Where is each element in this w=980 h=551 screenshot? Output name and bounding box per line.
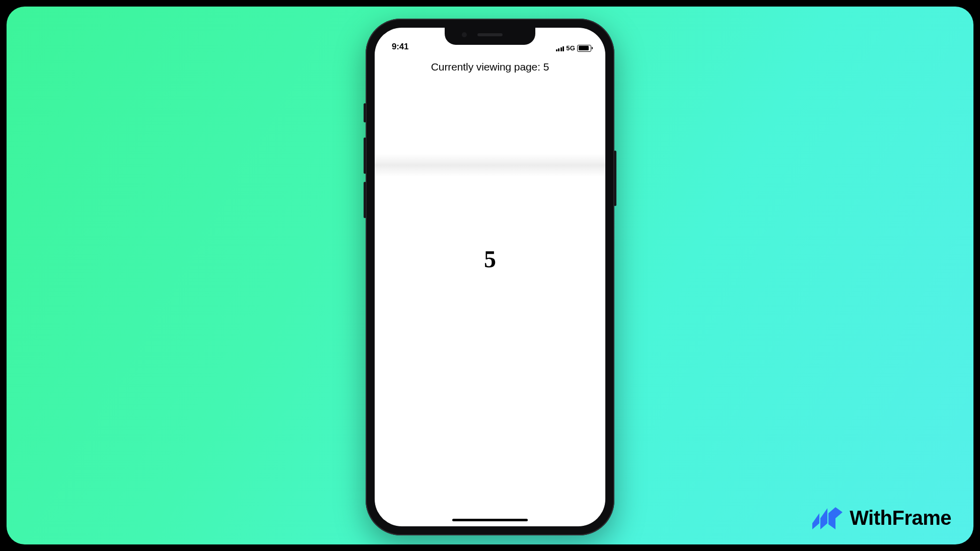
device-notch [445, 28, 535, 45]
status-indicators: 5G [556, 44, 591, 52]
promo-card: 9:41 5G Currently viewing page: 5 5 [7, 7, 973, 544]
device-volume-up-button [364, 137, 366, 174]
svg-marker-1 [820, 508, 827, 529]
iphone-device-frame: 9:41 5G Currently viewing page: 5 5 [366, 19, 614, 535]
device-power-button [614, 151, 616, 206]
cellular-signal-icon [556, 45, 565, 51]
withframe-logo-text: WithFrame [850, 507, 951, 529]
notch-camera [462, 32, 467, 37]
device-screen: 9:41 5G Currently viewing page: 5 5 [375, 28, 605, 526]
device-volume-down-button [364, 182, 366, 218]
withframe-logo-icon [812, 507, 843, 529]
device-side-button [364, 103, 366, 122]
withframe-watermark: WithFrame [812, 507, 951, 529]
status-time: 9:41 [392, 42, 422, 52]
home-indicator[interactable] [452, 519, 528, 521]
page-number[interactable]: 5 [375, 245, 605, 273]
svg-marker-0 [812, 513, 819, 529]
battery-icon [577, 45, 591, 52]
notch-speaker [477, 33, 503, 36]
page-divider-shadow [375, 154, 605, 177]
svg-marker-2 [828, 507, 843, 529]
app-content: Currently viewing page: 5 5 [375, 55, 605, 526]
page-title: Currently viewing page: 5 [375, 55, 605, 73]
network-type: 5G [566, 44, 575, 52]
